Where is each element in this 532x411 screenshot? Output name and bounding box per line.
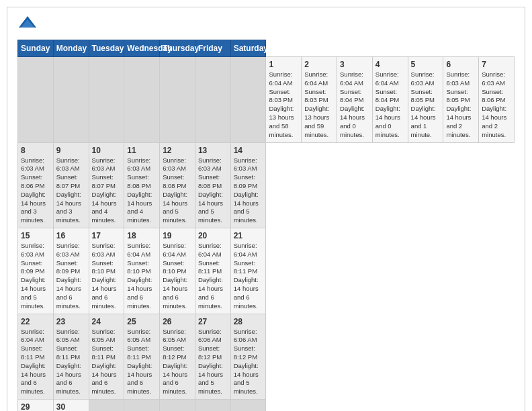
week-row-1: 1Sunrise: 6:04 AM Sunset: 8:03 PM Daylig…: [18, 57, 515, 143]
calendar-cell: [53, 57, 89, 143]
day-number: 6: [446, 60, 476, 69]
cell-content: Sunrise: 6:04 AM Sunset: 8:03 PM Dayligh…: [269, 71, 298, 140]
calendar-cell: 21Sunrise: 6:04 AM Sunset: 8:11 PM Dayli…: [230, 228, 266, 314]
calendar-cell: [124, 57, 160, 143]
calendar-cell: [195, 400, 230, 412]
calendar-cell: 10Sunrise: 6:03 AM Sunset: 8:07 PM Dayli…: [89, 142, 124, 228]
day-number: 15: [21, 231, 50, 240]
day-number: 8: [21, 146, 50, 155]
cell-content: Sunrise: 6:03 AM Sunset: 8:08 PM Dayligh…: [127, 156, 157, 226]
cell-content: Sunrise: 6:06 AM Sunset: 8:12 PM Dayligh…: [234, 328, 263, 397]
day-header-friday: Friday: [195, 40, 230, 57]
calendar-cell: 28Sunrise: 6:06 AM Sunset: 8:12 PM Dayli…: [230, 314, 266, 400]
calendar-cell: 2Sunrise: 6:04 AM Sunset: 8:03 PM Daylig…: [302, 57, 337, 143]
day-number: 21: [234, 231, 263, 240]
day-number: 3: [340, 60, 369, 69]
calendar-cell: 25Sunrise: 6:05 AM Sunset: 8:11 PM Dayli…: [124, 314, 160, 400]
cell-content: Sunrise: 6:05 AM Sunset: 8:12 PM Dayligh…: [163, 328, 192, 397]
calendar-cell: [89, 57, 124, 143]
cell-content: Sunrise: 6:03 AM Sunset: 8:09 PM Dayligh…: [234, 156, 263, 226]
cell-content: Sunrise: 6:03 AM Sunset: 8:06 PM Dayligh…: [482, 71, 511, 140]
day-number: 9: [56, 146, 86, 155]
day-number: 14: [234, 146, 263, 155]
cell-content: Sunrise: 6:04 AM Sunset: 8:10 PM Dayligh…: [127, 242, 157, 311]
cell-content: Sunrise: 6:05 AM Sunset: 8:11 PM Dayligh…: [127, 328, 157, 397]
calendar-cell: 24Sunrise: 6:05 AM Sunset: 8:11 PM Dayli…: [89, 314, 124, 400]
logo: [17, 14, 40, 34]
week-row-2: 8Sunrise: 6:03 AM Sunset: 8:06 PM Daylig…: [18, 142, 515, 228]
calendar-cell: 22Sunrise: 6:04 AM Sunset: 8:11 PM Dayli…: [18, 314, 54, 400]
day-number: 10: [92, 146, 122, 155]
cell-content: Sunrise: 6:04 AM Sunset: 8:04 PM Dayligh…: [375, 71, 405, 140]
day-number: 4: [375, 60, 405, 69]
calendar-cell: 7Sunrise: 6:03 AM Sunset: 8:06 PM Daylig…: [479, 57, 515, 143]
day-number: 11: [127, 146, 157, 155]
day-number: 20: [198, 231, 228, 240]
cell-content: Sunrise: 6:03 AM Sunset: 8:07 PM Dayligh…: [56, 156, 86, 226]
day-number: 5: [411, 60, 441, 69]
calendar-cell: 13Sunrise: 6:03 AM Sunset: 8:08 PM Dayli…: [195, 142, 230, 228]
calendar-cell: 5Sunrise: 6:03 AM Sunset: 8:05 PM Daylig…: [408, 57, 443, 143]
calendar-cell: [230, 400, 266, 412]
day-number: 26: [163, 317, 192, 326]
cell-content: Sunrise: 6:04 AM Sunset: 8:03 PM Dayligh…: [304, 71, 334, 140]
calendar-page: SundayMondayTuesdayWednesdayThursdayFrid…: [7, 7, 525, 411]
calendar-cell: 23Sunrise: 6:05 AM Sunset: 8:11 PM Dayli…: [53, 314, 89, 400]
calendar-cell: 1Sunrise: 6:04 AM Sunset: 8:03 PM Daylig…: [266, 57, 302, 143]
day-header-saturday: Saturday: [230, 40, 266, 57]
day-header-sunday: Sunday: [18, 40, 54, 57]
calendar-cell: 19Sunrise: 6:04 AM Sunset: 8:10 PM Dayli…: [160, 228, 195, 314]
day-number: 16: [56, 231, 86, 240]
calendar-cell: 26Sunrise: 6:05 AM Sunset: 8:12 PM Dayli…: [160, 314, 195, 400]
cell-content: Sunrise: 6:03 AM Sunset: 8:05 PM Dayligh…: [446, 71, 476, 140]
day-number: 22: [21, 317, 50, 326]
calendar-cell: 16Sunrise: 6:03 AM Sunset: 8:09 PM Dayli…: [53, 228, 89, 314]
calendar-cell: 20Sunrise: 6:04 AM Sunset: 8:11 PM Dayli…: [195, 228, 230, 314]
calendar-cell: [89, 400, 124, 412]
day-number: 24: [92, 317, 122, 326]
cell-content: Sunrise: 6:04 AM Sunset: 8:11 PM Dayligh…: [234, 242, 263, 311]
day-number: 1: [269, 60, 298, 69]
calendar-cell: 12Sunrise: 6:03 AM Sunset: 8:08 PM Dayli…: [160, 142, 195, 228]
cell-content: Sunrise: 6:04 AM Sunset: 8:11 PM Dayligh…: [21, 328, 50, 397]
cell-content: Sunrise: 6:05 AM Sunset: 8:11 PM Dayligh…: [56, 328, 86, 397]
calendar-cell: [195, 57, 230, 143]
day-number: 29: [21, 402, 50, 411]
week-row-5: 29Sunrise: 6:06 AM Sunset: 8:12 PM Dayli…: [18, 400, 515, 412]
calendar-cell: 27Sunrise: 6:06 AM Sunset: 8:12 PM Dayli…: [195, 314, 230, 400]
cell-content: Sunrise: 6:03 AM Sunset: 8:08 PM Dayligh…: [163, 156, 192, 226]
calendar-cell: 6Sunrise: 6:03 AM Sunset: 8:05 PM Daylig…: [443, 57, 479, 143]
day-number: 25: [127, 317, 157, 326]
header-row: SundayMondayTuesdayWednesdayThursdayFrid…: [18, 40, 515, 57]
day-header-thursday: Thursday: [160, 40, 195, 57]
calendar-cell: 11Sunrise: 6:03 AM Sunset: 8:08 PM Dayli…: [124, 142, 160, 228]
day-number: 13: [198, 146, 228, 155]
week-row-4: 22Sunrise: 6:04 AM Sunset: 8:11 PM Dayli…: [18, 314, 515, 400]
logo-icon: [17, 14, 38, 34]
day-number: 7: [482, 60, 511, 69]
cell-content: Sunrise: 6:03 AM Sunset: 8:09 PM Dayligh…: [21, 242, 50, 311]
calendar-cell: [230, 57, 266, 143]
day-header-tuesday: Tuesday: [89, 40, 124, 57]
day-number: 17: [92, 231, 122, 240]
calendar-cell: 17Sunrise: 6:03 AM Sunset: 8:10 PM Dayli…: [89, 228, 124, 314]
calendar-cell: [160, 400, 195, 412]
calendar-cell: 30Sunrise: 6:07 AM Sunset: 8:12 PM Dayli…: [53, 400, 89, 412]
day-number: 19: [163, 231, 192, 240]
calendar-cell: 4Sunrise: 6:04 AM Sunset: 8:04 PM Daylig…: [372, 57, 408, 143]
cell-content: Sunrise: 6:03 AM Sunset: 8:07 PM Dayligh…: [92, 156, 122, 226]
calendar-cell: 29Sunrise: 6:06 AM Sunset: 8:12 PM Dayli…: [18, 400, 54, 412]
cell-content: Sunrise: 6:04 AM Sunset: 8:11 PM Dayligh…: [198, 242, 228, 311]
calendar-cell: [124, 400, 160, 412]
calendar-cell: 18Sunrise: 6:04 AM Sunset: 8:10 PM Dayli…: [124, 228, 160, 314]
day-header-wednesday: Wednesday: [124, 40, 160, 57]
day-number: 18: [127, 231, 157, 240]
day-number: 30: [56, 402, 86, 411]
cell-content: Sunrise: 6:05 AM Sunset: 8:11 PM Dayligh…: [92, 328, 122, 397]
cell-content: Sunrise: 6:04 AM Sunset: 8:10 PM Dayligh…: [163, 242, 192, 311]
day-number: 12: [163, 146, 192, 155]
calendar-cell: 9Sunrise: 6:03 AM Sunset: 8:07 PM Daylig…: [53, 142, 89, 228]
cell-content: Sunrise: 6:03 AM Sunset: 8:06 PM Dayligh…: [21, 156, 50, 226]
calendar-cell: 14Sunrise: 6:03 AM Sunset: 8:09 PM Dayli…: [230, 142, 266, 228]
calendar-cell: 3Sunrise: 6:04 AM Sunset: 8:04 PM Daylig…: [337, 57, 373, 143]
